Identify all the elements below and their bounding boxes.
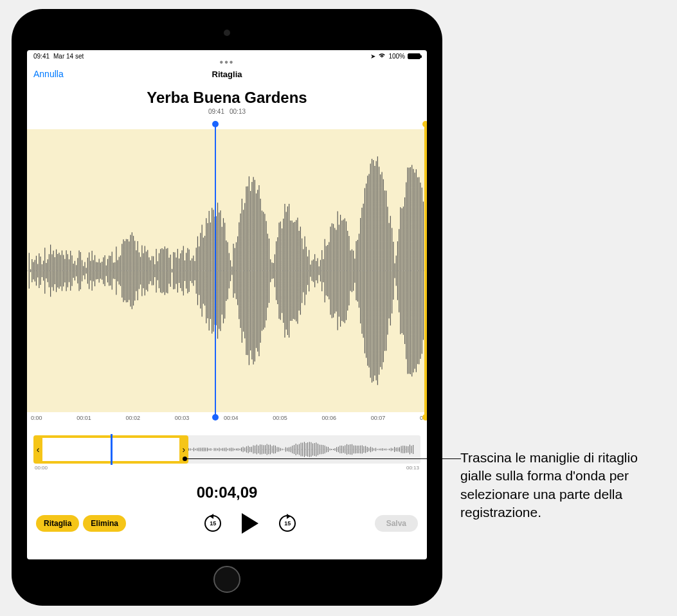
callout-text: Trascina le maniglie di ritaglio gialle …	[460, 449, 666, 521]
location-icon: ➤	[370, 53, 375, 60]
recording-created-time: 09:41	[208, 108, 224, 115]
wifi-icon	[378, 53, 386, 60]
tick-label: 0:00	[31, 415, 42, 421]
tick-label: 00:07	[371, 415, 386, 421]
trim-button[interactable]: Ritaglia	[36, 515, 79, 532]
main-waveform-area[interactable]	[27, 129, 427, 412]
callout-leader-line	[185, 458, 461, 459]
cancel-button[interactable]: Annulla	[33, 69, 64, 79]
more-icon[interactable]: •••	[220, 57, 235, 68]
overview-waveform-area[interactable]: ‹ ›	[33, 435, 420, 464]
recording-header: Yerba Buena Gardens 09:41 00:13	[27, 89, 427, 115]
status-time: 09:41	[33, 53, 50, 60]
status-date: Mar 14 set	[53, 53, 84, 60]
delete-button[interactable]: Elimina	[83, 515, 126, 532]
playhead[interactable]	[215, 124, 216, 417]
main-waveform	[27, 129, 427, 412]
time-ticks: 0:0000:0100:0200:0300:0400:0500:0600:070	[27, 412, 427, 421]
trim-end-handle[interactable]	[424, 124, 427, 417]
overview-end-label: 00:13	[406, 465, 419, 471]
recording-duration: 00:13	[230, 108, 246, 115]
tick-label: 00:06	[321, 415, 336, 421]
ipad-device-frame: 09:41 Mar 14 set ➤ 100% ••• Annulla Rita…	[12, 9, 442, 606]
recording-title: Yerba Buena Gardens	[27, 89, 427, 107]
trim-handle-left[interactable]: ‹	[33, 438, 42, 461]
play-button[interactable]	[242, 513, 258, 534]
bottom-controls: Ritaglia Elimina 15 15 Salva	[27, 502, 427, 534]
skip-forward-15-button[interactable]: 15	[279, 515, 296, 532]
tick-label: 00:03	[175, 415, 190, 421]
device-camera	[224, 30, 230, 36]
overview-time-labels: 00:00 00:13	[27, 464, 427, 472]
nav-title: Ritaglia	[212, 69, 242, 79]
battery-percent: 100%	[388, 53, 405, 60]
tick-label: 00:01	[77, 415, 91, 421]
overview-start-label: 00:00	[35, 465, 48, 471]
transport-controls: 15 15	[204, 513, 296, 534]
screen: 09:41 Mar 14 set ➤ 100% ••• Annulla Rita…	[27, 50, 427, 559]
tick-label: 00:02	[125, 415, 140, 421]
save-button[interactable]: Salva	[375, 515, 418, 532]
overview-playhead[interactable]	[111, 434, 113, 465]
play-icon	[242, 513, 258, 534]
battery-icon	[408, 53, 420, 59]
skip-back-15-button[interactable]: 15	[204, 515, 221, 532]
current-time-display: 00:04,09	[27, 484, 427, 502]
nav-bar: ••• Annulla Ritaglia	[27, 62, 427, 86]
tick-label: 00:05	[273, 415, 287, 421]
home-button[interactable]	[213, 566, 240, 593]
tick-label: 00:04	[224, 415, 239, 421]
